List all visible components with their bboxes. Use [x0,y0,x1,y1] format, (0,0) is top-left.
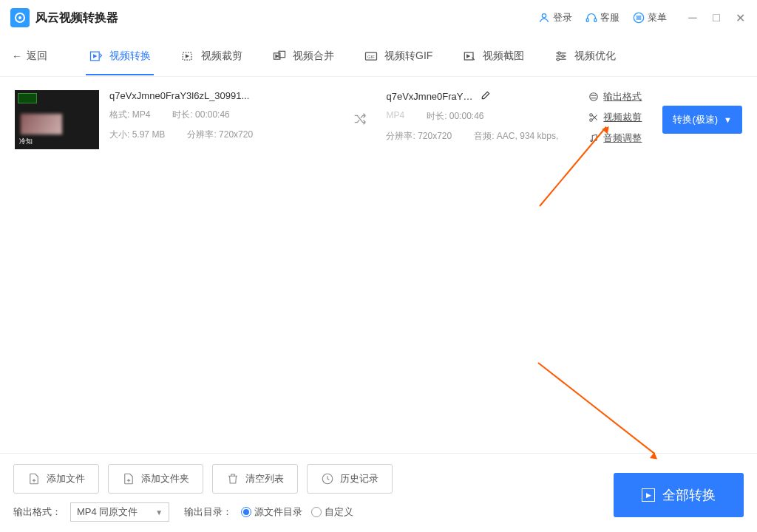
svg-marker-10 [186,55,189,57]
output-format-label: 输出格式： [13,505,61,519]
svg-marker-13 [276,55,278,57]
merge-icon [272,49,287,64]
tab-label: 视频裁剪 [201,50,242,63]
svg-point-23 [557,58,560,60]
app-title: 风云视频转换器 [35,10,118,26]
headset-icon [585,12,597,24]
titlebar-left: 风云视频转换器 [10,8,118,27]
video-thumbnail[interactable]: 冷知 [15,90,99,149]
output-format-select[interactable]: MP4 同原文件 ▼ [70,502,169,522]
tab-video-convert[interactable]: 视频转换 [86,37,154,75]
convert-item-button[interactable]: 转换(极速) ▼ [662,106,742,134]
tab-label: 视频转换 [109,50,151,63]
play-convert-icon [89,49,103,64]
login-button[interactable]: 登录 [538,11,572,24]
svg-rect-2 [594,18,597,21]
tab-bar: ← 返回 视频转换 视频裁剪 视频合并 GIF 视频转GIF 视频截图 视频优化 [0,35,757,77]
arrow-left-icon: ← [12,50,22,62]
folder-add-icon [122,472,135,485]
tab-label: 视频合并 [293,50,334,63]
svg-point-19 [558,52,560,54]
user-icon [538,12,550,24]
svg-rect-1 [586,18,588,21]
menu-label: 菜单 [648,11,667,24]
menu-icon [633,12,645,24]
clock-icon [321,472,334,485]
shuffle-icon[interactable] [352,111,368,129]
tab-label: 视频截图 [483,50,524,63]
output-format-link[interactable]: 输出格式 [588,90,642,103]
screenshot-icon [462,49,477,64]
menu-button[interactable]: 菜单 [633,11,667,24]
tab-label: 视频优化 [574,50,616,63]
tab-video-crop[interactable]: 视频裁剪 [177,37,245,75]
output-filename: q7eVxJmne0FraY3l... [386,91,475,102]
radio-icon [311,507,322,517]
svg-text:GIF: GIF [367,54,375,58]
svg-point-24 [590,93,598,101]
minimize-button[interactable]: ─ [686,11,699,24]
close-button[interactable]: ✕ [733,11,747,24]
app-logo-icon [10,8,30,27]
annotation-arrow-2 [537,362,655,454]
file-add-icon [27,472,41,485]
file-info: q7eVxJmne0FraY3l6zL_30991... 格式: MP4 时长:… [109,90,334,141]
login-label: 登录 [553,11,572,24]
tab-video-optimize[interactable]: 视频优化 [551,37,619,75]
back-button[interactable]: ← 返回 [12,50,47,63]
chevron-down-icon: ▼ [724,115,732,124]
titlebar: 风云视频转换器 登录 客服 菜单 ─ □ ✕ [0,0,757,35]
tab-video-screenshot[interactable]: 视频截图 [459,37,527,75]
file-meta-row2: 大小: 5.97 MB 分辨率: 720x720 [109,129,334,141]
window-controls: ─ □ ✕ [686,11,747,24]
output-meta-row1: MP4 时长: 00:00:46 [386,110,578,123]
gif-icon: GIF [364,49,378,64]
file-item-row: 冷知 q7eVxJmne0FraY3l6zL_30991... 格式: MP4 … [0,77,757,163]
svg-marker-17 [467,55,469,57]
svg-point-0 [542,14,546,18]
tab-label: 视频转GIF [384,50,432,63]
back-label: 返回 [27,50,47,63]
file-name: q7eVxJmne0FraY3l6zL_30991... [109,90,265,101]
titlebar-right: 登录 客服 菜单 ─ □ ✕ [538,11,747,24]
support-label: 客服 [600,11,619,24]
crop-icon [180,49,195,64]
output-name-row: q7eVxJmne0FraY3l... [386,90,578,103]
output-meta-row2: 分辨率: 720x720 音频: AAC, 934 kbps, [386,130,578,143]
sliders-icon [554,49,568,64]
trash-icon [226,472,240,485]
video-crop-link[interactable]: 视频裁剪 [588,111,642,124]
output-dir-label: 输出目录： [184,505,232,519]
play-frame-icon: ▶ [642,488,655,502]
svg-marker-8 [94,55,96,57]
output-info: q7eVxJmne0FraY3l... MP4 时长: 00:00:46 分辨率… [386,90,578,143]
file-meta-row1: 格式: MP4 时长: 00:00:46 [109,109,334,121]
svg-point-27 [590,114,593,117]
clear-list-button[interactable]: 清空列表 [212,464,298,494]
radio-source-dir[interactable]: 源文件目录 [241,505,302,519]
add-file-button[interactable]: 添加文件 [13,464,99,494]
maximize-button[interactable]: □ [710,11,723,24]
chevron-down-icon: ▼ [155,508,163,516]
tab-video-merge[interactable]: 视频合并 [269,37,337,75]
support-button[interactable]: 客服 [585,11,619,24]
radio-custom-dir[interactable]: 自定义 [311,505,353,519]
svg-point-28 [590,119,593,122]
svg-point-21 [562,55,564,57]
tab-video-gif[interactable]: GIF 视频转GIF [361,37,435,75]
add-folder-button[interactable]: 添加文件夹 [108,464,203,494]
radio-icon [241,507,251,517]
convert-all-button[interactable]: ▶ 全部转换 [614,473,744,517]
history-button[interactable]: 历史记录 [307,464,393,494]
edit-name-button[interactable] [481,90,491,103]
